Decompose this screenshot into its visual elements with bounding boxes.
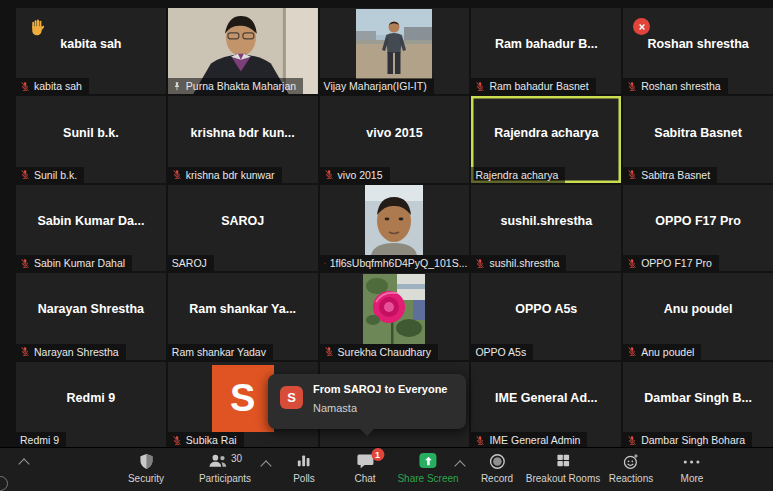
more-dots-icon bbox=[683, 453, 701, 471]
muted-mic-icon bbox=[20, 81, 30, 92]
participant-center-name: sushil.shrestha bbox=[475, 214, 617, 228]
participant-tile[interactable]: Narayan Shrestha Narayan Shrestha bbox=[16, 273, 166, 359]
participant-tile[interactable]: OPPO A5s OPPO A5s bbox=[471, 273, 621, 359]
participant-label: Surekha Chaudhary bbox=[320, 344, 438, 360]
participant-center-name: SAROJ bbox=[172, 214, 314, 228]
participant-photo bbox=[320, 273, 470, 344]
participant-label-text: Sabin Kumar Dahal bbox=[34, 257, 125, 269]
participant-tile[interactable]: Dambar Singh B... Dambar Singh Bohara bbox=[623, 362, 773, 448]
participant-label: Purna Bhakta Maharjan bbox=[168, 78, 303, 94]
participant-label: Vijay Maharjan(IGI-IT) bbox=[320, 78, 434, 94]
participant-tile[interactable]: SAROJ SAROJ bbox=[168, 185, 318, 271]
participant-tile[interactable]: Redmi 9 Redmi 9 bbox=[16, 362, 166, 448]
audio-options-caret-icon[interactable] bbox=[18, 458, 29, 469]
participant-label: Dambar Singh Bohara bbox=[623, 432, 752, 448]
muted-mic-icon bbox=[475, 81, 485, 92]
participant-label: 1fl6sUbqfmh6D4PyQ_101S... bbox=[320, 255, 470, 271]
participant-tile[interactable]: kabita sah kabita sah bbox=[16, 8, 166, 94]
participant-tile[interactable]: Ram bahadur B... Ram bahadur Basnet bbox=[471, 8, 621, 94]
dismiss-badge-icon[interactable] bbox=[633, 18, 650, 35]
participants-caret-icon[interactable] bbox=[260, 460, 271, 471]
participant-tile[interactable]: krishna bdr kun... krishna bdr kunwar bbox=[168, 96, 318, 182]
chat-unread-badge: 1 bbox=[371, 448, 384, 461]
participant-center-name: Dambar Singh B... bbox=[627, 391, 769, 405]
participant-center-name: Sabin Kumar Da... bbox=[20, 214, 162, 228]
muted-mic-icon bbox=[627, 435, 637, 446]
chat-notification-popup[interactable]: S From SAROJ to Everyone Namasta bbox=[268, 374, 466, 429]
participant-center-name: Roshan shrestha bbox=[627, 37, 769, 51]
participant-label-text: Ram shankar Yadav bbox=[172, 346, 266, 358]
more-button[interactable]: More bbox=[681, 453, 704, 484]
muted-mic-icon bbox=[172, 169, 182, 180]
participant-tile[interactable]: Sabin Kumar Da... Sabin Kumar Dahal bbox=[16, 185, 166, 271]
participant-tile[interactable]: Purna Bhakta Maharjan bbox=[168, 8, 318, 94]
participant-label: Sabitra Basnet bbox=[623, 167, 717, 183]
participant-label-text: Rajendra acharya bbox=[475, 169, 558, 181]
participant-tile-active-speaker[interactable]: Rajendra acharya Rajendra acharya bbox=[471, 96, 621, 182]
muted-mic-icon bbox=[324, 258, 326, 269]
participant-avatar: S bbox=[212, 365, 274, 432]
polls-button[interactable]: Polls bbox=[293, 453, 315, 484]
pinned-icon bbox=[172, 81, 182, 92]
participant-tile[interactable]: Sunil b.k. Sunil b.k. bbox=[16, 96, 166, 182]
participant-tile[interactable]: 1fl6sUbqfmh6D4PyQ_101S... bbox=[320, 185, 470, 271]
reactions-button[interactable]: Reactions bbox=[609, 453, 653, 484]
participant-label-text: Surekha Chaudhary bbox=[338, 346, 431, 358]
chat-label: Chat bbox=[354, 473, 375, 484]
participant-center-name: krishna bdr kun... bbox=[172, 126, 314, 140]
more-label: More bbox=[681, 473, 704, 484]
participant-tile[interactable]: Roshan shrestha Roshan shrestha bbox=[623, 8, 773, 94]
record-button[interactable]: Record bbox=[481, 453, 513, 484]
participant-tile[interactable]: Ram shankar Ya... Ram shankar Yadav bbox=[168, 273, 318, 359]
participants-icon bbox=[208, 453, 228, 469]
participant-label-text: Subika Rai bbox=[186, 434, 237, 446]
participant-label: Ram shankar Yadav bbox=[168, 344, 273, 360]
raised-hand-icon bbox=[30, 18, 45, 36]
muted-mic-icon bbox=[475, 435, 485, 446]
participant-label: Redmi 9 bbox=[16, 432, 66, 448]
breakout-rooms-button[interactable]: Breakout Rooms bbox=[526, 453, 600, 484]
participant-label-text: sushil.shrestha bbox=[489, 257, 559, 269]
participant-label-text: Purna Bhakta Maharjan bbox=[186, 80, 296, 92]
participant-label: IME General Admin bbox=[471, 432, 587, 448]
participant-tile[interactable]: Sabitra Basnet Sabitra Basnet bbox=[623, 96, 773, 182]
clipped-control-icon[interactable] bbox=[0, 476, 8, 491]
chat-sender-avatar: S bbox=[280, 386, 303, 409]
security-button[interactable]: Security bbox=[128, 453, 164, 484]
participant-photo bbox=[320, 185, 470, 256]
participant-tile[interactable]: OPPO F17 Pro OPPO F17 Pro bbox=[623, 185, 773, 271]
security-shield-icon bbox=[139, 453, 154, 471]
muted-mic-icon bbox=[475, 258, 485, 269]
participant-label-text: Dambar Singh Bohara bbox=[641, 434, 745, 446]
participants-button[interactable]: 30 Participants bbox=[199, 453, 251, 484]
participant-tile[interactable]: Surekha Chaudhary bbox=[320, 273, 470, 359]
participant-label: kabita sah bbox=[16, 78, 89, 94]
reactions-icon bbox=[623, 453, 640, 471]
participant-label-text: OPPO A5s bbox=[475, 346, 526, 358]
participant-center-name: IME General Ad... bbox=[475, 391, 617, 405]
participant-center-name: OPPO F17 Pro bbox=[627, 214, 769, 228]
participant-label-text: Ram bahadur Basnet bbox=[489, 80, 588, 92]
participant-label-text: 1fl6sUbqfmh6D4PyQ_101S... bbox=[330, 257, 468, 269]
participant-center-name: OPPO A5s bbox=[475, 302, 617, 316]
participant-label-text: Anu poudel bbox=[641, 346, 694, 358]
participant-label: krishna bdr kunwar bbox=[168, 167, 282, 183]
participant-tile[interactable]: sushil.shrestha sushil.shrestha bbox=[471, 185, 621, 271]
participant-center-name: Ram bahadur B... bbox=[475, 37, 617, 51]
muted-mic-icon bbox=[627, 81, 637, 92]
muted-mic-icon bbox=[20, 258, 30, 269]
chat-popup-body: From SAROJ to Everyone Namasta bbox=[313, 383, 447, 414]
zoom-meeting-window: kabita sah kabita sah Purna Bhakta Mahar… bbox=[0, 0, 773, 491]
participant-tile[interactable]: Vijay Maharjan(IGI-IT) bbox=[320, 8, 470, 94]
participant-tile[interactable]: IME General Ad... IME General Admin bbox=[471, 362, 621, 448]
participant-tile[interactable]: Anu poudel Anu poudel bbox=[623, 273, 773, 359]
participant-label-text: Roshan shrestha bbox=[641, 80, 720, 92]
participants-count: 30 bbox=[231, 453, 242, 464]
participant-label-text: OPPO F17 Pro bbox=[641, 257, 712, 269]
share-screen-button[interactable]: Share Screen bbox=[397, 453, 458, 484]
participant-tile[interactable]: vivo 2015 vivo 2015 bbox=[320, 96, 470, 182]
muted-mic-icon bbox=[627, 169, 637, 180]
chat-popup-message: Namasta bbox=[313, 402, 447, 414]
chat-button[interactable]: 1 Chat bbox=[354, 453, 375, 484]
participant-label-text: Vijay Maharjan(IGI-IT) bbox=[324, 80, 427, 92]
